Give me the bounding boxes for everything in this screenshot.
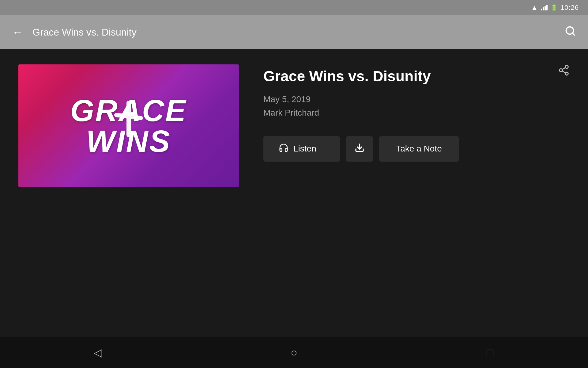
- search-button[interactable]: [565, 25, 576, 39]
- battery-icon: 🔋: [551, 4, 557, 11]
- bottom-nav: ◁ ○ □: [0, 337, 588, 368]
- thumbnail-text: GRACE WINS: [29, 95, 228, 156]
- share-button[interactable]: [558, 64, 570, 79]
- sermon-title: Grace Wins vs. Disunity: [263, 67, 570, 85]
- status-time: 10:26: [560, 4, 579, 12]
- main-content: GRACE WINS Grace: [0, 49, 588, 337]
- listen-button[interactable]: Listen: [263, 136, 340, 162]
- nav-recents-icon: □: [487, 346, 493, 359]
- signal-icon: [541, 5, 548, 10]
- sermon-date: May 5, 2019: [263, 94, 570, 104]
- app-bar: ← Grace Wins vs. Disunity: [0, 15, 588, 49]
- sermon-author: Mark Pritchard: [263, 108, 570, 118]
- svg-line-7: [562, 71, 566, 73]
- svg-line-1: [572, 33, 575, 35]
- nav-back-button[interactable]: ◁: [86, 343, 110, 362]
- thumbnail-background: GRACE WINS: [18, 64, 239, 187]
- info-panel: Grace Wins vs. Disunity May 5, 2019 Mark…: [263, 64, 570, 322]
- status-icons: ▲ 🔋 10:26: [531, 4, 579, 12]
- svg-line-3: [116, 115, 141, 118]
- nav-recents-button[interactable]: □: [478, 343, 502, 362]
- download-icon: [355, 143, 364, 155]
- status-bar: ▲ 🔋 10:26: [0, 0, 588, 15]
- app-bar-title: Grace Wins vs. Disunity: [32, 27, 565, 38]
- take-note-button[interactable]: Take a Note: [379, 136, 459, 162]
- cross-svg: [113, 101, 144, 138]
- nav-home-icon: ○: [291, 346, 297, 359]
- download-button[interactable]: [346, 136, 373, 162]
- headphones-icon: [279, 143, 288, 155]
- wifi-icon: ▲: [531, 4, 538, 12]
- svg-line-8: [562, 67, 566, 69]
- nav-home-button[interactable]: ○: [282, 343, 306, 362]
- nav-back-icon: ◁: [94, 346, 102, 359]
- action-buttons: Listen Take a Note: [263, 136, 570, 162]
- sermon-thumbnail: GRACE WINS: [18, 64, 239, 187]
- back-button[interactable]: ←: [12, 26, 23, 39]
- listen-label: Listen: [293, 144, 316, 154]
- take-note-label: Take a Note: [396, 144, 442, 153]
